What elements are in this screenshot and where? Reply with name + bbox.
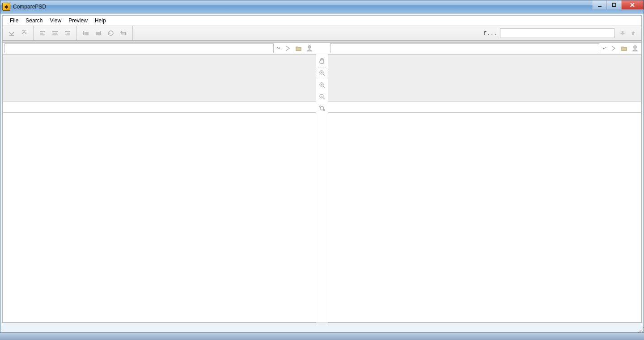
app-icon: ✱ (2, 3, 10, 11)
swap-sides-button[interactable] (118, 28, 129, 38)
statusbar (0, 325, 644, 332)
copy-up-button[interactable] (19, 28, 30, 38)
maximize-button[interactable] (607, 0, 621, 9)
left-canvas[interactable] (3, 113, 316, 323)
right-canvas[interactable] (328, 113, 641, 323)
svg-line-24 (323, 86, 325, 88)
zoom-in-button[interactable] (317, 80, 327, 90)
svg-point-18 (634, 46, 636, 48)
menu-help[interactable]: Help (91, 16, 110, 26)
svg-line-33 (640, 329, 644, 332)
left-preview[interactable] (3, 54, 316, 102)
left-path-area (3, 43, 316, 54)
window-title: ComparePSD (13, 4, 46, 10)
svg-point-17 (308, 46, 311, 48)
right-path-area (328, 43, 641, 54)
find-prev-button[interactable] (629, 29, 638, 38)
titlebar[interactable]: ✱ ComparePSD (0, 0, 644, 13)
open-left-button[interactable] (80, 28, 91, 38)
menu-file[interactable]: File (6, 16, 22, 26)
left-go-button[interactable] (284, 44, 292, 53)
menu-preview[interactable]: Preview (65, 16, 91, 26)
copy-down-button[interactable] (6, 28, 17, 38)
align-right-button[interactable] (62, 28, 73, 38)
application-window: ✱ ComparePSD File Search View Preview He… (0, 0, 644, 333)
left-path-input[interactable] (4, 43, 274, 53)
left-browse-button[interactable] (294, 44, 303, 53)
filter-label: F... (484, 30, 498, 36)
zoom-region-button[interactable] (317, 68, 327, 78)
taskbar[interactable] (0, 332, 644, 340)
refresh-button[interactable] (106, 28, 116, 38)
filter-input[interactable] (500, 28, 614, 38)
center-tool-strip (316, 54, 328, 323)
left-path-dropdown[interactable] (275, 44, 282, 52)
close-button[interactable] (621, 0, 644, 9)
open-right-button[interactable] (93, 28, 104, 38)
resize-grip[interactable] (636, 325, 644, 332)
hand-tool-button[interactable] (317, 56, 327, 66)
svg-line-28 (323, 98, 325, 99)
path-bars (3, 43, 641, 54)
align-center-button[interactable] (50, 28, 60, 38)
left-pick-button[interactable] (305, 44, 314, 53)
left-panel (3, 54, 316, 323)
minimize-button[interactable] (593, 0, 607, 9)
right-preview[interactable] (328, 54, 641, 102)
menubar: File Search View Preview Help (3, 16, 641, 26)
find-next-button[interactable] (618, 29, 627, 38)
svg-rect-1 (612, 3, 616, 7)
left-info-row (3, 102, 316, 113)
right-panel (328, 54, 641, 323)
filter-area: F... (484, 28, 642, 38)
toolbar: F... (3, 26, 641, 41)
right-path-input[interactable] (330, 43, 599, 53)
right-browse-button[interactable] (620, 44, 629, 53)
svg-line-20 (323, 74, 325, 76)
right-pick-button[interactable] (631, 44, 640, 53)
right-go-button[interactable] (609, 44, 618, 53)
menu-search[interactable]: Search (22, 16, 46, 26)
menu-view[interactable]: View (46, 16, 65, 26)
right-path-dropdown[interactable] (601, 44, 607, 52)
align-left-button[interactable] (37, 28, 48, 38)
zoom-fit-button[interactable] (317, 103, 327, 113)
svg-point-30 (320, 106, 324, 110)
compare-area (3, 54, 641, 323)
zoom-out-button[interactable] (317, 92, 327, 102)
client-area: File Search View Preview Help (2, 15, 642, 323)
window-controls (593, 0, 644, 9)
right-info-row (328, 102, 641, 113)
